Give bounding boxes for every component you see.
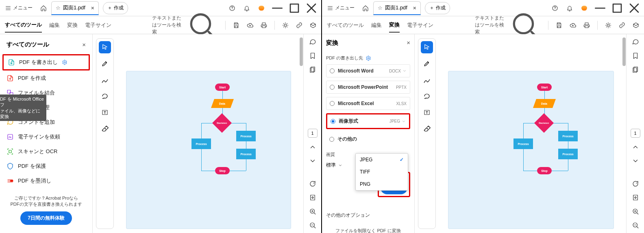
bell-icon[interactable] <box>563 1 577 15</box>
zoom-in-icon[interactable] <box>308 207 317 216</box>
gear-icon[interactable] <box>62 59 67 65</box>
help-icon[interactable] <box>225 1 239 15</box>
draw-tool[interactable] <box>99 74 111 86</box>
draw-tool[interactable] <box>421 74 433 86</box>
dropdown-item-jpeg[interactable]: JPEG✓ <box>356 154 408 166</box>
option-image[interactable]: 画像形式JPEG <box>326 113 410 129</box>
bell-icon[interactable] <box>240 1 254 15</box>
panel-pages-icon[interactable] <box>631 65 640 74</box>
close-window-button[interactable] <box>303 1 320 15</box>
lasso-tool[interactable] <box>99 90 111 102</box>
account-icon[interactable] <box>255 1 268 15</box>
tab-all-tools[interactable]: すべてのツール <box>327 18 364 32</box>
help-icon[interactable] <box>548 1 562 15</box>
panel-comments-icon[interactable] <box>631 37 640 46</box>
prev-page-icon[interactable] <box>308 143 317 152</box>
link-icon[interactable] <box>619 22 625 29</box>
page-number[interactable]: 1 <box>631 129 640 138</box>
menu-button[interactable]: メニュー <box>324 1 358 15</box>
zoom-out-icon[interactable] <box>631 221 640 230</box>
tool-create-pdf[interactable]: PDF を作成 <box>2 71 90 85</box>
link-icon[interactable] <box>296 22 302 29</box>
close-window-button[interactable] <box>626 1 642 15</box>
rotate-icon[interactable] <box>308 179 317 188</box>
dropdown-item-tiff[interactable]: TIFF <box>356 166 408 178</box>
highlight-tool[interactable] <box>421 57 433 70</box>
close-sidebar-icon[interactable]: × <box>82 41 86 48</box>
tab-esign[interactable]: 電子サイン <box>407 18 433 32</box>
tool-export-pdf[interactable]: PDF を書き出し <box>2 54 90 70</box>
minimize-button[interactable] <box>269 1 285 15</box>
page-number[interactable]: 1 <box>308 129 318 138</box>
home-button[interactable] <box>359 1 372 15</box>
zoom-in-icon[interactable] <box>631 207 640 216</box>
close-panel-icon[interactable]: × <box>407 39 410 47</box>
flow-process2: Process <box>558 131 578 141</box>
panel-bookmarks-icon[interactable] <box>308 51 317 60</box>
minimize-button[interactable] <box>592 1 608 15</box>
fit-page-icon[interactable] <box>308 193 317 202</box>
panel-pages-icon[interactable] <box>308 65 317 74</box>
text-select-tool[interactable] <box>99 106 111 119</box>
cloud-icon[interactable] <box>247 22 253 29</box>
ai-icon[interactable] <box>605 22 611 29</box>
pdf-page[interactable]: Start Data Decision Process Process Proc… <box>126 71 291 229</box>
home-button[interactable] <box>37 1 50 15</box>
file-tab[interactable]: ☆ 図面1.pdf × <box>373 1 421 15</box>
option-powerpoint[interactable]: Microsoft PowerPointPPTX <box>326 81 410 94</box>
promo-trial-button[interactable]: 7日間の無料体験 <box>20 211 72 225</box>
file-tab[interactable]: ☆ 図面1.pdf × <box>51 1 99 15</box>
lasso-tool[interactable] <box>421 90 433 102</box>
next-page-icon[interactable] <box>308 156 317 165</box>
scrollbar-vertical[interactable] <box>299 37 303 230</box>
tool-protect[interactable]: PDF を保護 <box>2 159 90 173</box>
tool-esign[interactable]: 電子サインを依頼 <box>2 130 90 144</box>
eraser-tool[interactable] <box>99 123 111 135</box>
option-other[interactable]: その他の <box>326 132 410 146</box>
ai-icon[interactable] <box>282 22 289 29</box>
document-scroll[interactable]: Start Data Decision Process Process Proc… <box>114 34 303 233</box>
scrollbar-vertical[interactable] <box>622 37 626 230</box>
eraser-tool[interactable] <box>421 123 433 135</box>
panel-comments-icon[interactable] <box>308 37 317 46</box>
pdf-page[interactable]: Start Data Decision Process Process Proc… <box>448 71 614 229</box>
menu-button[interactable]: メニュー <box>2 1 36 15</box>
rotate-icon[interactable] <box>631 179 640 188</box>
maximize-button[interactable] <box>286 1 302 15</box>
document-scroll[interactable]: Start Data Decision Process Process Proc… <box>436 34 626 233</box>
pointer-tool[interactable] <box>99 41 111 53</box>
tab-edit[interactable]: 編集 <box>49 18 60 32</box>
close-tab-icon[interactable]: × <box>91 5 94 11</box>
dropdown-item-png[interactable]: PNG <box>356 178 408 190</box>
account-icon[interactable] <box>577 1 591 15</box>
zoom-out-icon[interactable] <box>308 221 317 230</box>
print-icon[interactable] <box>261 22 267 29</box>
tab-esign[interactable]: 電子サイン <box>85 18 111 32</box>
share-icon[interactable] <box>633 22 639 29</box>
option-excel[interactable]: Microsoft ExcelXLSX <box>326 97 410 110</box>
tool-ocr[interactable]: スキャンと OCR <box>2 145 90 158</box>
next-page-icon[interactable] <box>631 156 640 165</box>
tool-redact[interactable]: PDF を墨消し <box>2 174 90 188</box>
cloud-icon[interactable] <box>570 22 576 29</box>
share-icon[interactable] <box>310 22 316 29</box>
new-tab-button[interactable]: ＋作成 <box>425 2 450 14</box>
highlight-tool[interactable] <box>99 57 111 70</box>
gear-icon[interactable] <box>366 55 371 61</box>
option-word[interactable]: Microsoft WordDOCX <box>326 64 410 77</box>
maximize-button[interactable] <box>609 1 625 15</box>
save-icon[interactable] <box>556 22 562 29</box>
tab-convert[interactable]: 変換 <box>389 18 400 33</box>
text-select-tool[interactable] <box>421 106 433 119</box>
tab-edit[interactable]: 編集 <box>371 18 382 32</box>
new-tab-button[interactable]: ＋作成 <box>103 2 128 14</box>
print-icon[interactable] <box>583 22 590 29</box>
tab-convert[interactable]: 変換 <box>67 18 78 32</box>
fit-page-icon[interactable] <box>631 193 640 202</box>
close-tab-icon[interactable]: × <box>413 5 416 11</box>
panel-bookmarks-icon[interactable] <box>631 51 640 60</box>
prev-page-icon[interactable] <box>631 143 640 152</box>
pointer-tool[interactable] <box>421 41 433 53</box>
save-icon[interactable] <box>233 22 239 29</box>
tab-all-tools[interactable]: すべてのツール <box>5 18 42 33</box>
